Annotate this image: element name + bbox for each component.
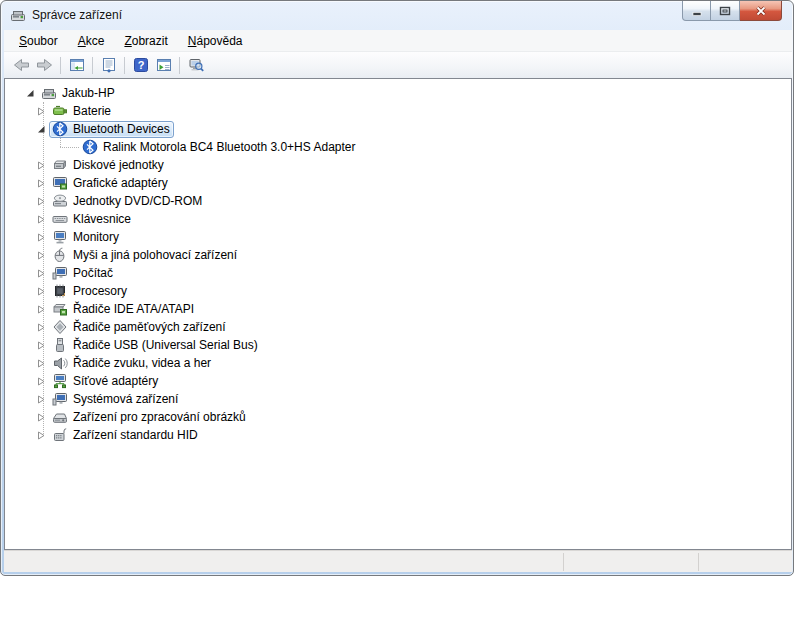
toolbar-separator bbox=[124, 57, 125, 74]
device-manager-icon bbox=[10, 7, 26, 23]
bluetooth-icon bbox=[52, 121, 68, 137]
battery-icon bbox=[52, 103, 68, 119]
window-title: Správce zařízení bbox=[32, 8, 122, 22]
tree-item[interactable]: Diskové jednotky bbox=[36, 156, 168, 174]
tree-item[interactable]: Řadiče IDE ATA/ATAPI bbox=[36, 300, 198, 318]
collapsed-expander-icon[interactable] bbox=[36, 160, 46, 170]
collapsed-expander-icon[interactable] bbox=[36, 178, 46, 188]
tree-item-label: Monitory bbox=[73, 230, 119, 244]
tree-item[interactable]: Počítač bbox=[36, 264, 117, 282]
tree-item[interactable]: Bluetooth Devices bbox=[36, 120, 174, 138]
processor-icon bbox=[52, 283, 68, 299]
tree-item[interactable]: Řadiče paměťových zařízení bbox=[36, 318, 230, 336]
menu-item-akce[interactable]: Akce bbox=[68, 31, 115, 51]
collapsed-expander-icon[interactable] bbox=[36, 430, 46, 440]
device-tree: Jakub-HP Baterie Bluetooth Devices Ralin… bbox=[4, 78, 792, 550]
tree-item-label: Baterie bbox=[73, 104, 111, 118]
collapsed-expander-icon[interactable] bbox=[36, 214, 46, 224]
menu-bar: Soubor Akce Zobrazit Nápověda bbox=[4, 30, 792, 52]
expanded-expander-icon[interactable] bbox=[25, 88, 35, 98]
collapsed-expander-icon[interactable] bbox=[36, 106, 46, 116]
tree-item[interactable]: Klávesnice bbox=[36, 210, 135, 228]
monitor-icon bbox=[52, 229, 68, 245]
tree-item-label: Počítač bbox=[73, 266, 113, 280]
tree-item[interactable]: Procesory bbox=[36, 282, 131, 300]
tree-item[interactable]: Zařízení pro zpracování obrázků bbox=[36, 408, 250, 426]
restore-button[interactable] bbox=[711, 1, 740, 21]
tree-item[interactable]: Jakub-HP bbox=[25, 84, 119, 102]
tree-item[interactable]: Monitory bbox=[36, 228, 123, 246]
status-bar bbox=[4, 550, 792, 572]
collapsed-expander-icon[interactable] bbox=[36, 358, 46, 368]
properties-icon bbox=[101, 57, 117, 73]
tree-item-label: Systémová zařízení bbox=[73, 392, 178, 406]
menu-item-soubor[interactable]: Soubor bbox=[9, 31, 68, 51]
toolbar-separator bbox=[179, 57, 180, 74]
status-separator bbox=[698, 553, 699, 571]
tree-item-label: Řadiče paměťových zařízení bbox=[73, 320, 226, 334]
tree-item[interactable]: Systémová zařízení bbox=[36, 390, 182, 408]
forward-button[interactable] bbox=[33, 54, 56, 76]
toolbar: ? bbox=[4, 52, 792, 78]
tree-item[interactable]: Baterie bbox=[36, 102, 115, 120]
show-action-pane-icon bbox=[156, 57, 172, 73]
system-device-icon bbox=[52, 391, 68, 407]
tree-item-label: Ralink Motorola BC4 Bluetooth 3.0+HS Ada… bbox=[103, 140, 355, 154]
show-action-pane-button[interactable] bbox=[152, 54, 175, 76]
collapsed-expander-icon[interactable] bbox=[36, 304, 46, 314]
title-bar[interactable]: Správce zařízení bbox=[1, 1, 793, 30]
tree-item[interactable]: Zařízení standardu HID bbox=[36, 426, 202, 444]
tree-item[interactable]: Myši a jiná polohovací zařízení bbox=[36, 246, 241, 264]
scan-hardware-changes-button[interactable] bbox=[184, 54, 207, 76]
tree-item[interactable]: Síťové adaptéry bbox=[36, 372, 162, 390]
tree-item[interactable]: Ralink Motorola BC4 Bluetooth 3.0+HS Ada… bbox=[79, 138, 359, 156]
tree-item-label: Zařízení pro zpracování obrázků bbox=[73, 410, 246, 424]
collapsed-expander-icon[interactable] bbox=[36, 250, 46, 260]
tree-item-label: Grafické adaptéry bbox=[73, 176, 168, 190]
expanded-expander-icon[interactable] bbox=[36, 124, 46, 134]
tree-item-label: Jakub-HP bbox=[62, 86, 115, 100]
menu-item-napoveda[interactable]: Nápověda bbox=[178, 31, 253, 51]
mouse-icon bbox=[52, 247, 68, 263]
collapsed-expander-icon[interactable] bbox=[36, 232, 46, 242]
tree-item-label: Bluetooth Devices bbox=[73, 122, 170, 136]
storage-controller-icon bbox=[52, 319, 68, 335]
tree-item-label: Síťové adaptéry bbox=[73, 374, 158, 388]
network-adapter-icon bbox=[52, 373, 68, 389]
collapsed-expander-icon[interactable] bbox=[36, 286, 46, 296]
display-adapter-icon bbox=[52, 175, 68, 191]
back-button[interactable] bbox=[10, 54, 33, 76]
help-button[interactable]: ? bbox=[129, 54, 152, 76]
tree-item-label: Jednotky DVD/CD-ROM bbox=[73, 194, 202, 208]
imaging-device-icon bbox=[52, 409, 68, 425]
collapsed-expander-icon[interactable] bbox=[36, 394, 46, 404]
usb-controller-icon bbox=[52, 337, 68, 353]
close-button[interactable] bbox=[740, 1, 782, 21]
disk-drive-icon bbox=[52, 157, 68, 173]
collapsed-expander-icon[interactable] bbox=[36, 268, 46, 278]
tree-item[interactable]: Řadiče USB (Universal Serial Bus) bbox=[36, 336, 262, 354]
tree-item[interactable]: Jednotky DVD/CD-ROM bbox=[36, 192, 206, 210]
scan-hardware-changes-icon bbox=[188, 57, 204, 73]
tree-item-label: Myši a jiná polohovací zařízení bbox=[73, 248, 237, 262]
collapsed-expander-icon[interactable] bbox=[36, 412, 46, 422]
status-separator bbox=[563, 553, 564, 571]
collapsed-expander-icon[interactable] bbox=[36, 196, 46, 206]
sound-device-icon bbox=[52, 355, 68, 371]
svg-text:?: ? bbox=[137, 59, 144, 71]
help-icon: ? bbox=[133, 57, 149, 73]
bluetooth-icon bbox=[82, 139, 98, 155]
menu-item-zobrazit[interactable]: Zobrazit bbox=[114, 31, 177, 51]
tree-item[interactable]: Grafické adaptéry bbox=[36, 174, 172, 192]
collapsed-expander-icon[interactable] bbox=[36, 322, 46, 332]
tree-item[interactable]: Řadiče zvuku, videa a her bbox=[36, 354, 215, 372]
tree-item-label: Procesory bbox=[73, 284, 127, 298]
collapsed-expander-icon[interactable] bbox=[36, 376, 46, 386]
back-icon bbox=[13, 58, 30, 72]
show-console-tree-button[interactable] bbox=[65, 54, 88, 76]
show-console-tree-icon bbox=[69, 57, 85, 73]
computer-device-icon bbox=[52, 265, 68, 281]
collapsed-expander-icon[interactable] bbox=[36, 340, 46, 350]
properties-button[interactable] bbox=[97, 54, 120, 76]
minimize-button[interactable] bbox=[682, 1, 711, 21]
